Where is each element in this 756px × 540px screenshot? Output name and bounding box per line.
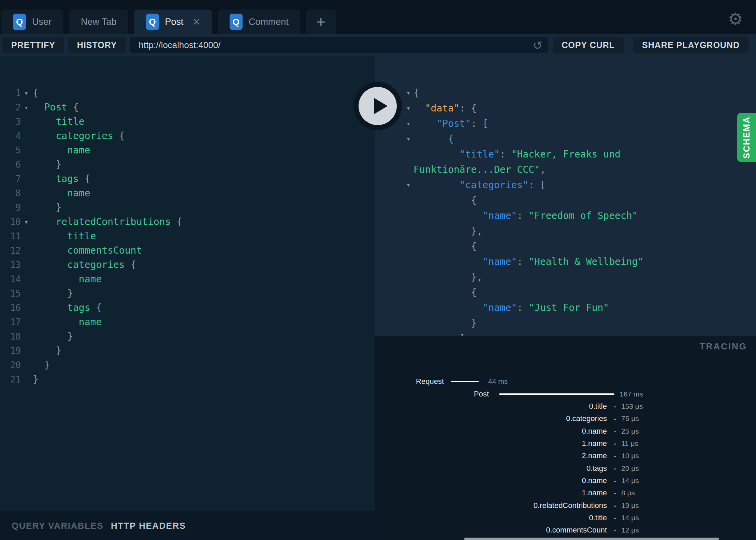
endpoint-url-input[interactable]	[130, 40, 548, 50]
tab-label: Post	[165, 17, 184, 27]
close-tab-icon[interactable]: ×	[193, 16, 200, 28]
trace-resolver-row: 0.title-14 μs	[375, 513, 756, 523]
copy-curl-button[interactable]: COPY CURL	[553, 37, 624, 53]
code-text: name	[33, 186, 90, 200]
response-pane: ▾{▾ "data": {▾ "Post": [▾ { "title": "Ha…	[375, 56, 756, 336]
prettify-button[interactable]: PRETTIFY	[2, 37, 64, 53]
history-button[interactable]: HISTORY	[68, 37, 126, 53]
tab-user[interactable]: QUser	[1, 10, 63, 34]
resolver-duration: 12 μs	[621, 525, 639, 535]
query-line: 8 name	[0, 186, 375, 200]
trace-resolver-row: 0.name-25 μs	[375, 426, 756, 436]
fold-arrow-icon[interactable]: ▾	[21, 215, 31, 229]
query-editor-pane[interactable]: 1▾{2▾ Post {3 title4 categories {5 name6…	[0, 56, 375, 511]
new-tab-button[interactable]: +	[306, 10, 336, 34]
response-line: }	[375, 315, 756, 331]
fold-arrow-icon[interactable]: ▾	[21, 100, 31, 115]
resolver-duration: 25 μs	[621, 426, 639, 436]
line-number: 12	[0, 243, 21, 258]
query-badge: Q	[13, 14, 26, 30]
resolver-dash: -	[612, 525, 618, 535]
line-number: 8	[0, 186, 21, 200]
line-number: 6	[0, 158, 21, 172]
resolver-dash: -	[612, 414, 618, 423]
fold-arrow-icon[interactable]: ▾	[403, 116, 413, 131]
query-line: 15 }	[0, 286, 375, 301]
code-text: {	[413, 239, 477, 254]
fold-arrow-icon[interactable]: ▾	[21, 86, 31, 100]
query-variables-tab[interactable]: QUERY VARIABLES	[12, 521, 103, 531]
response-line: {	[375, 285, 756, 300]
line-number: 3	[0, 115, 21, 129]
trace-resolver-row: 2.name-10 μs	[375, 451, 756, 461]
line-number: 5	[0, 143, 21, 158]
resolver-duration: 8 μs	[621, 488, 635, 498]
line-number: 17	[0, 315, 21, 329]
code-text: name	[33, 272, 102, 286]
code-text: }	[33, 372, 39, 387]
response-line: ▾ "Post": [	[375, 116, 756, 131]
trace-span-bar	[499, 393, 614, 395]
resolver-dash: -	[612, 501, 618, 510]
code-text: {	[413, 285, 477, 300]
response-line: {	[375, 193, 756, 208]
line-number: 19	[0, 344, 21, 358]
query-code: 1▾{2▾ Post {3 title4 categories {5 name6…	[0, 86, 375, 387]
query-line: 11 title	[0, 229, 375, 243]
response-line: },	[375, 223, 756, 239]
tab-post[interactable]: QPost×	[134, 10, 212, 34]
share-playground-button[interactable]: SHARE PLAYGROUND	[633, 37, 748, 53]
resolver-path: 0.relatedContributions	[375, 501, 607, 510]
code-text: }	[33, 344, 61, 358]
horizontal-scrollbar[interactable]	[464, 538, 719, 540]
resolver-dash: -	[612, 451, 618, 461]
query-line: 1▾{	[0, 86, 375, 100]
response-line: ▾ "data": {	[375, 101, 756, 116]
settings-gear-icon[interactable]: ⚙	[727, 10, 744, 28]
resolver-path: 0.title	[375, 513, 607, 523]
resolver-path: 1.name	[375, 488, 607, 498]
line-number: 11	[0, 229, 21, 243]
trace-span-bar	[451, 381, 479, 382]
trace-resolver-row: 1.name-8 μs	[375, 488, 756, 498]
code-text: ]	[413, 331, 465, 336]
trace-span-label: Post	[474, 389, 489, 399]
resolver-dash: -	[612, 426, 618, 436]
resolver-duration: 75 μs	[621, 414, 639, 423]
tab-comment[interactable]: QComment	[218, 10, 300, 34]
code-text: categories {	[33, 258, 136, 272]
code-text: name	[33, 143, 90, 158]
response-line: "title": "Hacker, Freaks und	[375, 147, 756, 162]
editor-footer-bar: QUERY VARIABLES HTTP HEADERS	[0, 511, 375, 540]
query-line: 18 }	[0, 329, 375, 344]
fold-arrow-icon[interactable]: ▾	[403, 131, 413, 147]
line-number: 4	[0, 129, 21, 143]
fold-arrow-icon[interactable]: ▾	[403, 85, 413, 101]
query-line: 14 name	[0, 272, 375, 286]
reset-endpoint-icon[interactable]: ↺	[533, 39, 543, 52]
resolver-path: 0.categories	[375, 414, 607, 423]
line-number: 9	[0, 200, 21, 215]
schema-side-tab[interactable]: SCHEMA	[737, 113, 756, 162]
code-text: commentsCount	[33, 243, 142, 258]
line-number: 21	[0, 372, 21, 387]
fold-arrow-icon[interactable]: ▾	[403, 177, 413, 193]
endpoint-url-field: ↺	[130, 37, 548, 53]
resolver-path: 0.title	[375, 402, 607, 411]
trace-span-label: Request	[416, 376, 444, 387]
code-text: "title": "Hacker, Freaks und	[413, 147, 621, 162]
code-text: {	[413, 193, 477, 208]
tab-new-tab[interactable]: New Tab	[69, 10, 128, 34]
http-headers-tab[interactable]: HTTP HEADERS	[111, 521, 186, 531]
query-line: 9 }	[0, 200, 375, 215]
query-line: 4 categories {	[0, 129, 375, 143]
execute-query-button[interactable]	[353, 82, 402, 130]
code-text: "name": "Freedom of Speech"	[413, 208, 638, 223]
fold-arrow-icon[interactable]: ▾	[403, 101, 413, 116]
code-text: "name": "Just For Fun"	[413, 300, 609, 315]
tracing-title: TRACING	[700, 341, 747, 352]
response-line: },	[375, 269, 756, 285]
response-line: "name": "Just For Fun"	[375, 300, 756, 315]
code-text: title	[33, 115, 85, 129]
response-json: ▾{▾ "data": {▾ "Post": [▾ { "title": "Ha…	[375, 85, 756, 336]
